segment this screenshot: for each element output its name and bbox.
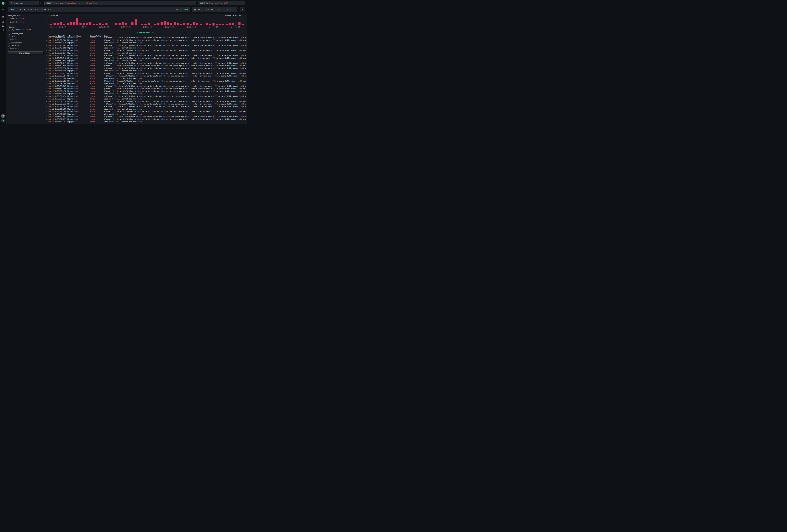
histogram-bar-slot[interactable]: [56, 18, 60, 25]
row-expand-chevron-icon[interactable]: [46, 68, 47, 69]
histogram-bar[interactable]: [187, 23, 189, 25]
histogram-bar-slot[interactable]: [79, 18, 82, 25]
histogram-bar[interactable]: [190, 24, 192, 25]
table-row[interactable]: Jun 11 1:56:43.001 PMfrontenderror×{"cod…: [45, 44, 246, 47]
table-row[interactable]: Jun 11 1:56:08.948 PMpaymenterrorVisa ca…: [45, 69, 246, 72]
histogram-bar[interactable]: [135, 19, 137, 25]
row-expand-chevron-icon[interactable]: [46, 75, 47, 77]
table-row[interactable]: Jun 11 1:55:59.767 PMfrontenderror×{"cod…: [45, 85, 246, 87]
histogram-bar[interactable]: [96, 24, 98, 25]
histogram-bar-slot[interactable]: [170, 18, 173, 25]
dashboard-icon[interactable]: [2, 29, 4, 31]
row-expand-chevron-icon[interactable]: [46, 73, 47, 74]
histogram-bar[interactable]: [119, 23, 121, 25]
table-row[interactable]: Jun 11 1:56:08.955 PMfrontenderror{"code…: [45, 72, 246, 75]
table-row[interactable]: Jun 11 1:56:32.849 PMfrontenderror×{"cod…: [45, 62, 246, 65]
histogram-bar[interactable]: [180, 24, 182, 25]
row-expand-chevron-icon[interactable]: [46, 116, 47, 118]
histogram-bar-slot[interactable]: [63, 18, 66, 25]
histogram-bar[interactable]: [144, 24, 146, 25]
table-row[interactable]: Jun 11 1:56:32.843 PMpaymenterrorVisa ca…: [45, 60, 246, 62]
histogram-bar[interactable]: [86, 23, 88, 25]
histogram-bar[interactable]: [105, 23, 107, 25]
table-row[interactable]: Jun 11 1:54:52.241 PMpaymenterrorVisa ca…: [45, 121, 246, 123]
histogram-bar-slot[interactable]: [114, 18, 118, 25]
laptop-icon[interactable]: [2, 25, 4, 27]
histogram-bar-slot[interactable]: [128, 18, 131, 25]
histogram-bar-slot[interactable]: [173, 18, 176, 25]
table-row[interactable]: Jun 11 1:56:03.252 PMfrontenderror{"code…: [45, 80, 246, 82]
histogram-bar-slot[interactable]: [189, 18, 192, 25]
histogram-bar[interactable]: [219, 24, 221, 25]
histogram-bar[interactable]: [63, 24, 65, 25]
row-expand-chevron-icon[interactable]: [46, 93, 47, 94]
row-expand-chevron-icon[interactable]: [46, 88, 47, 89]
histogram-bar[interactable]: [154, 24, 156, 25]
histogram-bar[interactable]: [206, 23, 208, 25]
histogram-bar-slot[interactable]: [150, 18, 154, 25]
table-row[interactable]: Jun 11 1:55:39.324 PMpaymenterrorVisa ca…: [45, 98, 246, 100]
histogram-bar-slot[interactable]: [82, 18, 85, 25]
app-logo-icon[interactable]: [1, 1, 5, 5]
table-row[interactable]: Jun 11 1:56:03.248 PMpaymenterrorVisa ca…: [45, 77, 246, 80]
histogram-bar-slot[interactable]: [221, 18, 225, 25]
histogram-bar-slot[interactable]: [241, 18, 244, 25]
table-row[interactable]: Jun 11 1:55:59.760 PMpaymenterrorVisa ca…: [45, 82, 246, 85]
table-row[interactable]: Jun 11 1:55:07.841 PMfrontenderror×{"cod…: [45, 115, 246, 118]
vertical-scrollbar-thumb[interactable]: [246, 37, 247, 49]
row-expand-chevron-icon[interactable]: [46, 101, 47, 102]
histogram-bar-slot[interactable]: [147, 18, 150, 25]
histogram-bar[interactable]: [50, 24, 52, 25]
filter-checkbox[interactable]: [8, 45, 10, 47]
table-row[interactable]: Jun 11 1:55:51.454 PMfrontenderror×{"cod…: [45, 95, 246, 98]
histogram-bar-slot[interactable]: [53, 18, 56, 25]
histogram-bar-slot[interactable]: [98, 18, 102, 25]
histogram-bar[interactable]: [92, 24, 94, 25]
table-row[interactable]: Jun 11 1:55:07.835 PMfrontenderror{"code…: [45, 118, 246, 121]
histogram-bar-slot[interactable]: [163, 18, 167, 25]
row-expand-chevron-icon[interactable]: [46, 91, 47, 92]
histogram-bar[interactable]: [167, 22, 169, 25]
histogram-bar-slot[interactable]: [72, 18, 76, 25]
row-expand-chevron-icon[interactable]: [46, 96, 47, 97]
row-expand-chevron-icon[interactable]: [46, 40, 47, 41]
histogram-bar-slot[interactable]: [137, 18, 141, 25]
histogram-bar[interactable]: [229, 23, 231, 25]
more-filters-button[interactable]: More filters: [8, 51, 44, 55]
histogram-bar-slot[interactable]: [179, 18, 183, 25]
histogram-bar-slot[interactable]: [92, 18, 95, 25]
filter-option-label[interactable]: checkout: [11, 45, 19, 47]
table-row[interactable]: Jun 11 1:56:03.254 PMfrontenderror×{"cod…: [45, 75, 246, 77]
histogram-bar-slot[interactable]: [186, 18, 189, 25]
histogram-bar-slot[interactable]: [144, 18, 147, 25]
table-row[interactable]: Jun 11 1:55:16.296 PMpaymenterrorVisa ca…: [45, 108, 246, 110]
histogram-bar-slot[interactable]: [69, 18, 72, 25]
histogram-bar[interactable]: [131, 22, 133, 25]
histogram-bar[interactable]: [174, 22, 176, 25]
results-histogram[interactable]: 24 0 Jun 11 1:41:45 PM1:44:00 PM1:45:45 …: [46, 18, 244, 25]
histogram-bar-slot[interactable]: [192, 18, 196, 25]
search-icon[interactable]: [8, 42, 10, 44]
histogram-bar[interactable]: [67, 23, 69, 25]
time-range-picker[interactable]: Jun 11 13:41:52 - Jun 11 13:56:52: [192, 7, 237, 12]
analysis-mode-event-patterns[interactable]: Event Patterns: [8, 20, 42, 24]
histogram-bar[interactable]: [226, 24, 228, 25]
row-expand-chevron-icon[interactable]: [46, 63, 47, 64]
row-expand-chevron-icon[interactable]: [46, 83, 47, 84]
histogram-bar[interactable]: [122, 22, 124, 25]
source-select[interactable]: Demo Logs: [9, 1, 39, 5]
table-row[interactable]: Jun 11 1:56:32.848 PMfrontenderror{"code…: [45, 65, 246, 67]
histogram-bar[interactable]: [76, 18, 78, 25]
histogram-bar[interactable]: [193, 22, 195, 25]
histogram-bar[interactable]: [161, 22, 163, 25]
histogram-bar-slot[interactable]: [60, 18, 63, 25]
histogram-bar-slot[interactable]: [238, 18, 241, 25]
histogram-bar[interactable]: [164, 21, 166, 25]
search-icon[interactable]: [8, 33, 10, 35]
table-row[interactable]: Jun 11 1:55:39.330 PMfrontenderror{"code…: [45, 100, 246, 103]
histogram-bar-slot[interactable]: [209, 18, 212, 25]
histogram-bar[interactable]: [99, 23, 101, 25]
histogram-bar[interactable]: [141, 24, 143, 25]
histogram-bar[interactable]: [183, 23, 186, 25]
table-row[interactable]: Jun 11 1:56:51.975 PMpaymenterrorVisa ca…: [45, 42, 246, 44]
